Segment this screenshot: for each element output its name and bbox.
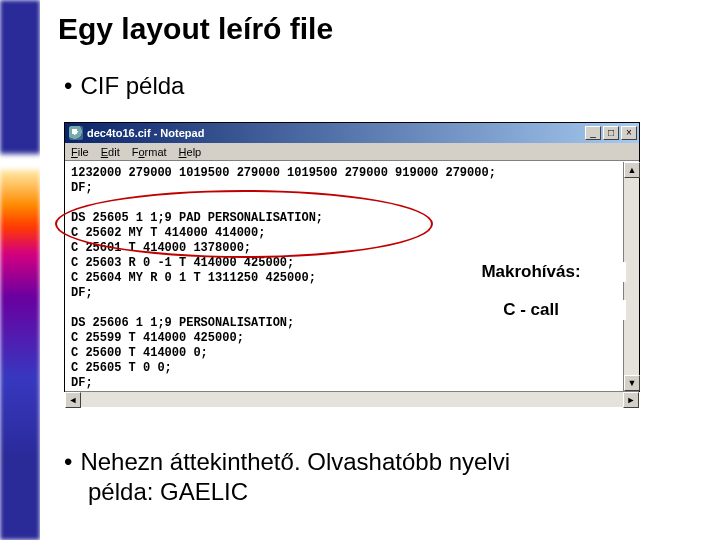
scroll-right-icon[interactable]: ► xyxy=(623,392,639,408)
menu-file[interactable]: File xyxy=(71,146,89,158)
scroll-down-icon[interactable]: ▼ xyxy=(624,375,640,391)
horizontal-scrollbar[interactable]: ◄ ► xyxy=(65,391,639,407)
bullet-2-line1: Nehezn áttekinthető. Olvashatóbb nyelvi xyxy=(80,448,510,475)
menu-format[interactable]: Format xyxy=(132,146,167,158)
notepad-icon xyxy=(69,126,83,140)
close-button[interactable]: × xyxy=(621,126,637,140)
menubar: File Edit Format Help xyxy=(65,143,639,161)
slide-title: Egy layout leíró file xyxy=(58,12,333,46)
bullet-1-text: CIF példa xyxy=(80,72,184,99)
slide: Egy layout leíró file •CIF példa dec4to1… xyxy=(0,0,720,540)
window-buttons: _ □ × xyxy=(585,126,637,140)
decorative-stripe xyxy=(0,0,40,540)
menu-edit[interactable]: Edit xyxy=(101,146,120,158)
decorative-mask xyxy=(40,0,50,540)
scroll-track[interactable] xyxy=(81,392,623,407)
window-title: dec4to16.cif - Notepad xyxy=(87,127,204,139)
bullet-2-line2: példa: GAELIC xyxy=(88,478,248,506)
titlebar: dec4to16.cif - Notepad _ □ × xyxy=(65,123,639,143)
bullet-dot-icon: • xyxy=(64,72,72,99)
bullet-2: •Nehezn áttekinthető. Olvashatóbb nyelvi xyxy=(64,448,510,476)
annotation-makrohivas: Makrohívás: xyxy=(436,262,626,282)
notepad-window: dec4to16.cif - Notepad _ □ × File Edit F… xyxy=(64,122,640,392)
maximize-button[interactable]: □ xyxy=(603,126,619,140)
scroll-left-icon[interactable]: ◄ xyxy=(65,392,81,408)
menu-help[interactable]: Help xyxy=(179,146,202,158)
bullet-dot-icon: • xyxy=(64,448,72,475)
scroll-up-icon[interactable]: ▲ xyxy=(624,162,640,178)
bullet-1: •CIF példa xyxy=(64,72,184,100)
annotation-c-call: C - call xyxy=(436,300,626,320)
minimize-button[interactable]: _ xyxy=(585,126,601,140)
